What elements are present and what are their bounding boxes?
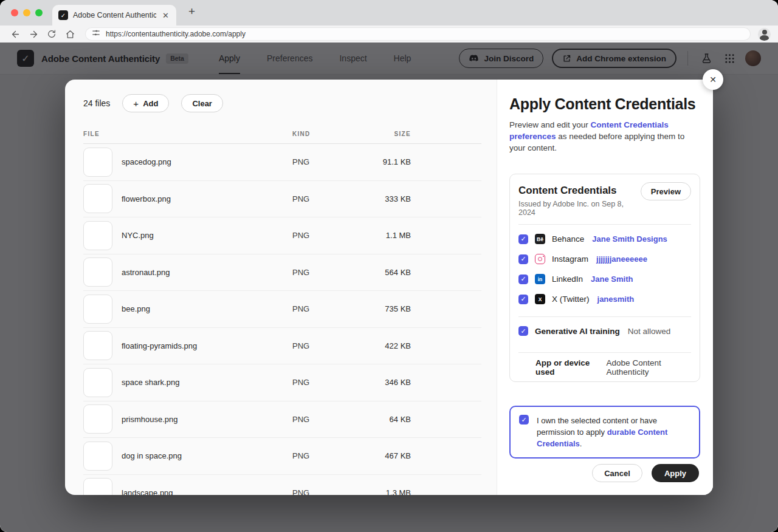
back-icon[interactable] bbox=[7, 27, 23, 41]
account-handle-link[interactable]: jjjjjjjaneeeeee bbox=[596, 254, 647, 264]
file-kind: PNG bbox=[292, 157, 335, 166]
tab-strip: ✓ Adobe Content Authenticity ✕ + bbox=[0, 0, 778, 26]
account-row: ✓ in LinkedIn Jane Smith bbox=[518, 269, 691, 289]
space-shark-thumbnail bbox=[83, 368, 112, 397]
account-row: ✓ X X (Twitter) janesmith bbox=[518, 289, 691, 309]
generative-ai-checkbox[interactable]: ✓ bbox=[518, 326, 528, 336]
consent-checkbox[interactable]: ✓ bbox=[519, 415, 529, 425]
minimize-window-button[interactable] bbox=[23, 9, 30, 16]
app-device-value: Adobe Content Authenticity bbox=[607, 358, 691, 377]
file-table-row[interactable]: prismhouse.png PNG 64 KB bbox=[83, 401, 481, 438]
browser-profile-avatar[interactable] bbox=[758, 28, 771, 41]
tab-close-icon[interactable]: ✕ bbox=[161, 11, 170, 20]
generative-ai-label: Generative AI training bbox=[535, 327, 620, 336]
file-table-row[interactable]: flowerbox.png PNG 333 KB bbox=[83, 181, 481, 218]
file-kind: PNG bbox=[292, 231, 335, 240]
file-size: 564 KB bbox=[335, 268, 411, 277]
bee-flower-thumbnail bbox=[83, 295, 112, 324]
page: ✓ Adobe Content Authenticity Beta ApplyP… bbox=[0, 43, 778, 532]
site-settings-icon[interactable] bbox=[92, 29, 100, 39]
file-name: NYC.png bbox=[122, 231, 154, 240]
credentials-panel: Apply Content Credentials Preview and ed… bbox=[497, 80, 713, 495]
modal-close-button[interactable]: ✕ bbox=[703, 69, 723, 90]
apply-credentials-modal: 24 files + Add Clear FILE KIND SIZE bbox=[65, 80, 713, 495]
file-size: 735 KB bbox=[335, 304, 411, 313]
file-name: bee.png bbox=[122, 304, 150, 313]
x-twitter-icon: X bbox=[535, 294, 545, 304]
generative-ai-row: ✓ Generative AI training Not allowed bbox=[518, 317, 691, 345]
app-device-row: App or device used Adobe Content Authent… bbox=[518, 353, 691, 381]
window-controls bbox=[11, 9, 43, 16]
credentials-card-header: Content Credentials Issued by Adobe Inc.… bbox=[518, 182, 691, 217]
account-handle-link[interactable]: Jane Smith Designs bbox=[592, 234, 667, 244]
platform-name: Behance bbox=[552, 234, 584, 244]
file-table-row[interactable]: space shark.png PNG 346 KB bbox=[83, 364, 481, 401]
clear-files-button[interactable]: Clear bbox=[181, 94, 223, 112]
dog-in-space-thumbnail bbox=[83, 442, 112, 471]
file-name: prismhouse.png bbox=[122, 415, 178, 424]
plus-icon: + bbox=[133, 98, 139, 109]
apply-button[interactable]: Apply bbox=[652, 464, 699, 482]
issued-by-text: Issued by Adobe Inc. on Sep 8, 2024 bbox=[518, 200, 641, 217]
file-table-row[interactable]: dog in space.png PNG 467 KB bbox=[83, 438, 481, 475]
file-kind: PNG bbox=[292, 194, 335, 203]
file-table-body: spacedog.png PNG 91.1 KB flowerbox.png P… bbox=[83, 144, 481, 495]
flower-box-thumbnail bbox=[83, 184, 112, 213]
account-checkbox[interactable]: ✓ bbox=[518, 295, 528, 304]
file-size: 1.1 MB bbox=[335, 231, 411, 240]
file-table-row[interactable]: bee.png PNG 735 KB bbox=[83, 291, 481, 328]
file-list-panel: 24 files + Add Clear FILE KIND SIZE bbox=[65, 80, 497, 495]
browser-tab[interactable]: ✓ Adobe Content Authenticity ✕ bbox=[52, 5, 176, 26]
prism-house-thumbnail bbox=[83, 404, 112, 434]
file-table-row[interactable]: NYC.png PNG 1.1 MB bbox=[83, 217, 481, 254]
file-size: 422 KB bbox=[335, 341, 411, 350]
file-size: 333 KB bbox=[335, 194, 411, 203]
cancel-button[interactable]: Cancel bbox=[592, 464, 642, 482]
file-count: 24 files bbox=[83, 98, 110, 108]
files-toolbar: 24 files + Add Clear bbox=[83, 94, 481, 112]
panel-footer: Cancel Apply bbox=[592, 464, 699, 482]
account-checkbox[interactable]: ✓ bbox=[518, 275, 528, 284]
file-kind: PNG bbox=[292, 488, 335, 495]
file-name: space shark.png bbox=[122, 378, 179, 387]
account-row: ✓ Instagram jjjjjjjaneeeeee bbox=[518, 249, 691, 269]
file-name: dog in space.png bbox=[122, 451, 182, 460]
forward-icon[interactable] bbox=[26, 27, 41, 41]
close-window-button[interactable] bbox=[11, 9, 18, 16]
account-list: ✓ Bē Behance Jane Smith Designs ✓ Instag… bbox=[518, 225, 691, 309]
file-table-row[interactable]: spacedog.png PNG 91.1 KB bbox=[83, 144, 481, 181]
preview-button[interactable]: Preview bbox=[641, 182, 691, 200]
file-size: 1.3 MB bbox=[335, 488, 411, 495]
reload-icon[interactable] bbox=[44, 27, 60, 41]
astronaut-thumbnail bbox=[83, 257, 112, 287]
account-handle-link[interactable]: janesmith bbox=[597, 295, 635, 304]
file-size: 64 KB bbox=[335, 415, 411, 424]
platform-name: LinkedIn bbox=[552, 275, 583, 284]
file-table-row[interactable]: floating-pyramids.png PNG 422 KB bbox=[83, 328, 481, 365]
platform-name: X (Twitter) bbox=[552, 295, 590, 304]
file-table-header: FILE KIND SIZE bbox=[83, 131, 481, 144]
account-checkbox[interactable]: ✓ bbox=[518, 234, 528, 244]
account-checkbox[interactable]: ✓ bbox=[518, 254, 528, 264]
file-size: 467 KB bbox=[335, 451, 411, 460]
panel-title: Apply Content Credentials bbox=[509, 95, 700, 113]
account-handle-link[interactable]: Jane Smith bbox=[591, 275, 633, 284]
nyc-skyline-thumbnail bbox=[83, 221, 112, 250]
home-icon[interactable] bbox=[62, 27, 78, 41]
file-kind: PNG bbox=[292, 415, 335, 424]
new-tab-button[interactable]: + bbox=[188, 5, 195, 17]
file-table-row[interactable]: astronaut.png PNG 564 KB bbox=[83, 254, 481, 292]
file-name: flowerbox.png bbox=[122, 194, 171, 203]
behance-icon: Bē bbox=[535, 234, 545, 244]
tab-title: Adobe Content Authenticity bbox=[73, 11, 156, 19]
file-kind: PNG bbox=[292, 268, 335, 277]
add-files-button[interactable]: + Add bbox=[122, 94, 169, 112]
column-size: SIZE bbox=[335, 131, 411, 137]
consent-text: I own the selected content or have permi… bbox=[537, 415, 690, 449]
file-name: spacedog.png bbox=[122, 157, 171, 166]
file-table-row[interactable]: landscape.png PNG 1.3 MB bbox=[83, 475, 481, 496]
address-bar[interactable]: https://contentauthenticity.adobe.com/ap… bbox=[85, 27, 751, 41]
file-size: 91.1 KB bbox=[335, 157, 411, 166]
column-file: FILE bbox=[83, 131, 292, 137]
zoom-window-button[interactable] bbox=[35, 9, 43, 16]
